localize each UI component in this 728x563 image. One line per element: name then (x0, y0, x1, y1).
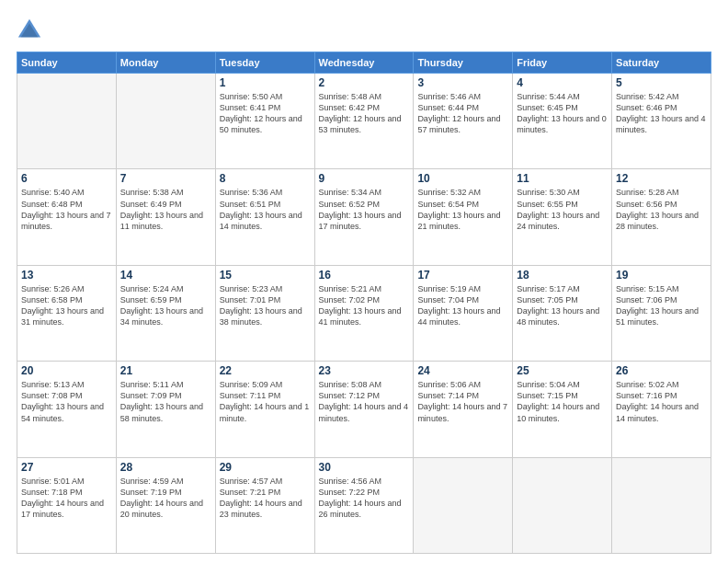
day-number: 17 (417, 269, 508, 282)
day-number: 4 (517, 76, 608, 89)
day-number: 15 (220, 269, 311, 282)
day-cell: 15Sunrise: 5:23 AM Sunset: 7:01 PM Dayli… (215, 265, 314, 361)
day-number: 28 (120, 461, 211, 474)
day-cell: 25Sunrise: 5:04 AM Sunset: 7:15 PM Dayli… (513, 362, 612, 457)
day-cell: 6Sunrise: 5:40 AM Sunset: 6:48 PM Daylig… (17, 169, 117, 265)
day-info: Sunrise: 5:42 AM Sunset: 6:46 PM Dayligh… (616, 91, 707, 136)
day-info: Sunrise: 5:06 AM Sunset: 7:14 PM Dayligh… (417, 379, 508, 424)
weekday-header-tuesday: Tuesday (215, 52, 314, 74)
day-cell: 21Sunrise: 5:11 AM Sunset: 7:09 PM Dayli… (116, 362, 215, 457)
day-cell: 10Sunrise: 5:32 AM Sunset: 6:54 PM Dayli… (414, 169, 513, 265)
day-info: Sunrise: 5:48 AM Sunset: 6:42 PM Dayligh… (319, 91, 410, 136)
day-cell: 17Sunrise: 5:19 AM Sunset: 7:04 PM Dayli… (414, 265, 513, 361)
day-cell (17, 74, 117, 169)
weekday-header-row: SundayMondayTuesdayWednesdayThursdayFrid… (17, 52, 711, 74)
day-number: 30 (319, 461, 410, 474)
day-cell: 30Sunrise: 4:56 AM Sunset: 7:22 PM Dayli… (314, 457, 414, 553)
week-row-4: 27Sunrise: 5:01 AM Sunset: 7:18 PM Dayli… (17, 457, 711, 553)
day-cell: 28Sunrise: 4:59 AM Sunset: 7:19 PM Dayli… (116, 457, 215, 553)
day-cell: 2Sunrise: 5:48 AM Sunset: 6:42 PM Daylig… (314, 74, 414, 169)
day-info: Sunrise: 4:57 AM Sunset: 7:21 PM Dayligh… (220, 476, 311, 521)
day-number: 16 (319, 269, 410, 282)
day-cell: 9Sunrise: 5:34 AM Sunset: 6:52 PM Daylig… (314, 169, 414, 265)
week-row-1: 6Sunrise: 5:40 AM Sunset: 6:48 PM Daylig… (17, 169, 711, 265)
day-number: 29 (220, 461, 311, 474)
day-cell: 20Sunrise: 5:13 AM Sunset: 7:08 PM Dayli… (17, 362, 117, 457)
calendar: SundayMondayTuesdayWednesdayThursdayFrid… (17, 52, 711, 554)
day-info: Sunrise: 5:44 AM Sunset: 6:45 PM Dayligh… (517, 91, 608, 136)
day-info: Sunrise: 5:40 AM Sunset: 6:48 PM Dayligh… (21, 187, 112, 232)
day-cell: 27Sunrise: 5:01 AM Sunset: 7:18 PM Dayli… (17, 457, 117, 553)
day-number: 3 (417, 76, 508, 89)
day-cell: 29Sunrise: 4:57 AM Sunset: 7:21 PM Dayli… (215, 457, 314, 553)
day-number: 10 (417, 172, 508, 185)
day-number: 11 (517, 172, 608, 185)
day-cell: 3Sunrise: 5:46 AM Sunset: 6:44 PM Daylig… (414, 74, 513, 169)
day-cell: 16Sunrise: 5:21 AM Sunset: 7:02 PM Dayli… (314, 265, 414, 361)
day-info: Sunrise: 5:04 AM Sunset: 7:15 PM Dayligh… (517, 379, 608, 424)
day-cell: 4Sunrise: 5:44 AM Sunset: 6:45 PM Daylig… (513, 74, 612, 169)
day-info: Sunrise: 5:46 AM Sunset: 6:44 PM Dayligh… (417, 91, 508, 136)
day-number: 27 (21, 461, 112, 474)
day-cell (513, 457, 612, 553)
day-cell: 12Sunrise: 5:28 AM Sunset: 6:56 PM Dayli… (612, 169, 711, 265)
day-number: 21 (120, 364, 211, 377)
day-cell: 18Sunrise: 5:17 AM Sunset: 7:05 PM Dayli… (513, 265, 612, 361)
day-number: 26 (616, 364, 707, 377)
day-cell: 19Sunrise: 5:15 AM Sunset: 7:06 PM Dayli… (612, 265, 711, 361)
day-info: Sunrise: 5:32 AM Sunset: 6:54 PM Dayligh… (417, 187, 508, 232)
day-info: Sunrise: 5:02 AM Sunset: 7:16 PM Dayligh… (616, 379, 707, 424)
day-cell: 24Sunrise: 5:06 AM Sunset: 7:14 PM Dayli… (414, 362, 513, 457)
day-cell: 7Sunrise: 5:38 AM Sunset: 6:49 PM Daylig… (116, 169, 215, 265)
day-number: 18 (517, 269, 608, 282)
day-info: Sunrise: 5:50 AM Sunset: 6:41 PM Dayligh… (220, 91, 311, 136)
day-cell: 13Sunrise: 5:26 AM Sunset: 6:58 PM Dayli… (17, 265, 117, 361)
weekday-header-wednesday: Wednesday (314, 52, 414, 74)
day-number: 22 (220, 364, 311, 377)
day-info: Sunrise: 5:24 AM Sunset: 6:59 PM Dayligh… (120, 283, 211, 328)
day-number: 20 (21, 364, 112, 377)
logo (17, 17, 46, 42)
day-info: Sunrise: 5:15 AM Sunset: 7:06 PM Dayligh… (616, 283, 707, 328)
day-cell (116, 74, 215, 169)
day-cell (612, 457, 711, 553)
weekday-header-monday: Monday (116, 52, 215, 74)
day-number: 9 (319, 172, 410, 185)
weekday-header-saturday: Saturday (612, 52, 711, 74)
day-number: 8 (220, 172, 311, 185)
week-row-3: 20Sunrise: 5:13 AM Sunset: 7:08 PM Dayli… (17, 362, 711, 457)
week-row-0: 1Sunrise: 5:50 AM Sunset: 6:41 PM Daylig… (17, 74, 711, 169)
day-info: Sunrise: 5:01 AM Sunset: 7:18 PM Dayligh… (21, 476, 112, 521)
day-cell: 1Sunrise: 5:50 AM Sunset: 6:41 PM Daylig… (215, 74, 314, 169)
day-info: Sunrise: 5:28 AM Sunset: 6:56 PM Dayligh… (616, 187, 707, 232)
day-cell: 22Sunrise: 5:09 AM Sunset: 7:11 PM Dayli… (215, 362, 314, 457)
day-cell: 14Sunrise: 5:24 AM Sunset: 6:59 PM Dayli… (116, 265, 215, 361)
day-info: Sunrise: 5:08 AM Sunset: 7:12 PM Dayligh… (319, 379, 410, 424)
day-info: Sunrise: 5:11 AM Sunset: 7:09 PM Dayligh… (120, 379, 211, 424)
day-number: 2 (319, 76, 410, 89)
day-info: Sunrise: 5:34 AM Sunset: 6:52 PM Dayligh… (319, 187, 410, 232)
day-info: Sunrise: 5:09 AM Sunset: 7:11 PM Dayligh… (220, 379, 311, 424)
weekday-header-friday: Friday (513, 52, 612, 74)
day-number: 1 (220, 76, 311, 89)
day-cell (414, 457, 513, 553)
day-cell: 11Sunrise: 5:30 AM Sunset: 6:55 PM Dayli… (513, 169, 612, 265)
day-info: Sunrise: 5:30 AM Sunset: 6:55 PM Dayligh… (517, 187, 608, 232)
day-cell: 23Sunrise: 5:08 AM Sunset: 7:12 PM Dayli… (314, 362, 414, 457)
day-number: 13 (21, 269, 112, 282)
day-cell: 8Sunrise: 5:36 AM Sunset: 6:51 PM Daylig… (215, 169, 314, 265)
day-number: 24 (417, 364, 508, 377)
day-cell: 5Sunrise: 5:42 AM Sunset: 6:46 PM Daylig… (612, 74, 711, 169)
header (17, 17, 711, 42)
day-number: 23 (319, 364, 410, 377)
day-number: 12 (616, 172, 707, 185)
day-number: 7 (120, 172, 211, 185)
day-info: Sunrise: 5:19 AM Sunset: 7:04 PM Dayligh… (417, 283, 508, 328)
weekday-header-sunday: Sunday (17, 52, 117, 74)
day-info: Sunrise: 5:36 AM Sunset: 6:51 PM Dayligh… (220, 187, 311, 232)
day-info: Sunrise: 5:21 AM Sunset: 7:02 PM Dayligh… (319, 283, 410, 328)
day-info: Sunrise: 5:13 AM Sunset: 7:08 PM Dayligh… (21, 379, 112, 424)
weekday-header-thursday: Thursday (414, 52, 513, 74)
day-info: Sunrise: 5:23 AM Sunset: 7:01 PM Dayligh… (220, 283, 311, 328)
day-info: Sunrise: 5:38 AM Sunset: 6:49 PM Dayligh… (120, 187, 211, 232)
